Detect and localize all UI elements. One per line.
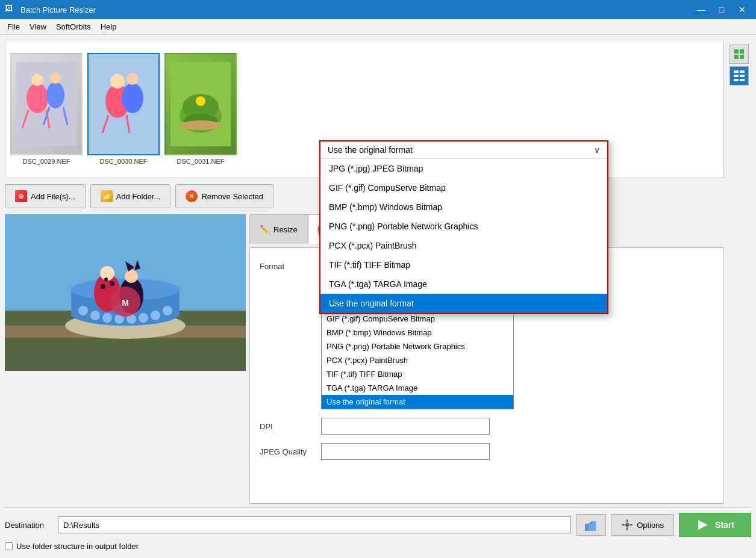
svg-point-11 [122, 83, 143, 113]
menu-file[interactable]: File [2, 21, 25, 33]
large-option-jpg[interactable]: JPG (*.jpg) JPEG Bitmap [320, 159, 607, 178]
add-folder-button[interactable]: 📁 Add Folder... [90, 184, 171, 208]
svg-point-37 [151, 311, 160, 320]
sidebar-btn-grid[interactable] [729, 66, 749, 85]
add-folder-icon: 📁 [101, 190, 113, 202]
add-files-icon: ⊕ [15, 190, 27, 202]
svg-rect-66 [626, 527, 628, 530]
large-option-png[interactable]: PNG (*.png) Portable Network Graphics [320, 217, 607, 236]
svg-rect-68 [629, 524, 633, 525]
jpeg-quality-row: JPEG Quality [260, 443, 713, 460]
large-option-original[interactable]: Use the original format [320, 294, 607, 313]
app-icon: 🖼 [5, 4, 17, 16]
right-sidebar [727, 40, 751, 504]
dropdown-options-small: JPG (*.jpg) JPEG Bitmap GIF (*.gif) Comp… [322, 298, 513, 409]
option-pcx-small[interactable]: PCX (*.pcx) PaintBrush [322, 353, 513, 367]
main-content: DSC_0029.NEF [0, 35, 756, 558]
menu-softorbits[interactable]: SoftOrbits [51, 21, 96, 33]
menu-view[interactable]: View [25, 21, 51, 33]
large-option-gif[interactable]: GIF (*.gif) CompuServe Bitmap [320, 178, 607, 197]
large-dropdown-overlay: Use the original format ∨ JPG (*.jpg) JP… [319, 140, 608, 314]
remove-selected-button[interactable]: ✕ Remove Selected [175, 184, 273, 208]
tab-resize[interactable]: ✏️ Resize [249, 214, 308, 244]
svg-rect-50 [734, 49, 739, 54]
svg-rect-55 [740, 70, 745, 73]
svg-rect-22 [181, 122, 220, 127]
large-option-bmp[interactable]: BMP (*.bmp) Windows Bitmap [320, 197, 607, 217]
thumbnail-item[interactable]: DSC_0031.NEF [164, 53, 237, 165]
svg-rect-54 [734, 70, 739, 73]
svg-rect-51 [740, 49, 744, 54]
svg-rect-56 [734, 75, 739, 77]
add-files-button[interactable]: ⊕ Add File(s)... [5, 184, 86, 208]
svg-point-1 [27, 83, 48, 113]
svg-point-31 [78, 306, 88, 315]
svg-rect-67 [622, 524, 625, 525]
title-bar: 🖼 Batch Picture Resizer — □ ✕ [0, 0, 756, 19]
jpeg-quality-input[interactable] [321, 443, 490, 460]
jpeg-quality-label: JPEG Quality [260, 447, 314, 456]
destination-label: Destination [5, 521, 53, 530]
large-option-tga[interactable]: TGA (*.tga) TARGA Image [320, 274, 607, 294]
thumbnail-label: DSC_0031.NEF [177, 158, 225, 165]
folder-structure-checkbox[interactable] [5, 542, 13, 550]
window-controls: — □ ✕ [692, 3, 751, 16]
sidebar-btn-1[interactable] [729, 45, 749, 64]
large-dropdown-header[interactable]: Use the original format ∨ [320, 141, 607, 159]
large-option-pcx[interactable]: PCX (*.pcx) PaintBrush [320, 236, 607, 255]
folder-structure-label: Use folder structure in output folder [16, 542, 139, 551]
folder-structure-row: Use folder structure in output folder [5, 542, 751, 551]
close-button[interactable]: ✕ [733, 3, 751, 16]
dpi-row: DPI [260, 418, 713, 435]
thumbnail-label: DSC_0030.NEF [100, 158, 148, 165]
option-original-small[interactable]: Use the original format [322, 395, 513, 409]
svg-marker-69 [698, 520, 708, 530]
app-title: Batch Picture Resizer [20, 5, 692, 14]
large-dropdown-selected-text: Use the original format [328, 145, 413, 155]
option-png-small[interactable]: PNG (*.png) Portable Network Graphics [322, 339, 513, 353]
svg-rect-59 [740, 79, 745, 81]
option-tif-small[interactable]: TIF (*.tif) TIFF Bitmap [322, 367, 513, 381]
destination-row: Destination Options [5, 513, 751, 537]
thumbnail-item[interactable]: DSC_0029.NEF [10, 53, 83, 165]
options-label: Options [637, 521, 664, 530]
large-dropdown-arrow-icon: ∨ [594, 145, 600, 155]
svg-point-33 [102, 313, 112, 323]
maximize-button[interactable]: □ [713, 3, 731, 16]
menu-bar: File View SoftOrbits Help [0, 19, 756, 35]
options-button[interactable]: Options [611, 514, 674, 536]
thumbnail-image [87, 53, 160, 155]
svg-point-64 [625, 523, 629, 527]
svg-point-42 [125, 270, 138, 283]
menu-help[interactable]: Help [96, 21, 122, 33]
large-option-tif[interactable]: TIF (*.tif) TIFF Bitmap [320, 255, 607, 274]
large-dropdown-options: JPG (*.jpg) JPEG Bitmap GIF (*.gif) Comp… [320, 159, 607, 313]
svg-point-36 [139, 313, 148, 323]
remove-icon: ✕ [186, 190, 198, 202]
thumbnail-image [10, 53, 83, 155]
svg-point-2 [46, 82, 64, 108]
dpi-label: DPI [260, 422, 314, 431]
svg-point-4 [50, 73, 61, 84]
option-tga-small[interactable]: TGA (*.tga) TARGA Image [322, 381, 513, 395]
thumbnail-label: DSC_0029.NEF [23, 158, 70, 165]
svg-rect-58 [734, 79, 739, 81]
svg-point-32 [90, 311, 100, 320]
preview-area: M [5, 214, 246, 371]
destination-input[interactable] [58, 516, 571, 533]
svg-point-45 [104, 277, 108, 281]
svg-rect-52 [734, 55, 739, 59]
svg-marker-63 [589, 521, 592, 524]
thumbnail-image [164, 53, 237, 155]
minimize-button[interactable]: — [692, 3, 710, 16]
thumbnail-item[interactable]: DSC_0030.NEF [87, 53, 160, 165]
svg-point-12 [110, 74, 125, 88]
svg-point-13 [127, 73, 139, 85]
option-bmp-small[interactable]: BMP (*.bmp) Windows Bitmap [322, 326, 513, 339]
svg-point-43 [101, 284, 105, 289]
dpi-input[interactable] [321, 418, 490, 435]
start-button[interactable]: Start [679, 513, 751, 537]
browse-button[interactable] [576, 514, 606, 536]
svg-rect-53 [740, 55, 744, 59]
svg-point-44 [110, 281, 114, 286]
